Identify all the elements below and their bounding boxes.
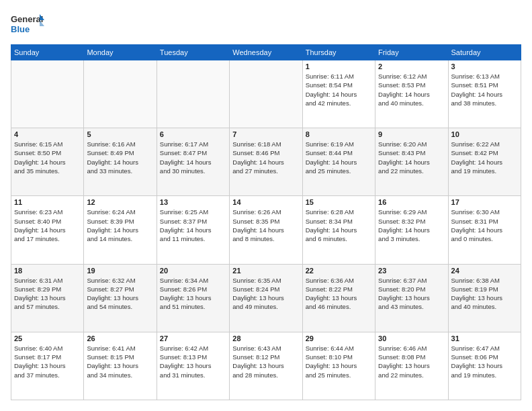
day-info: Sunrise: 6:26 AM Sunset: 8:35 PM Dayligh…: [232, 208, 299, 243]
calendar-cell: 9Sunrise: 6:20 AM Sunset: 8:43 PM Daylig…: [375, 128, 448, 196]
calendar-cell: 11Sunrise: 6:23 AM Sunset: 8:40 PM Dayli…: [11, 196, 84, 264]
day-info: Sunrise: 6:19 AM Sunset: 8:44 PM Dayligh…: [306, 140, 372, 175]
calendar-cell: 16Sunrise: 6:29 AM Sunset: 8:32 PM Dayli…: [375, 196, 448, 264]
day-info: Sunrise: 6:28 AM Sunset: 8:34 PM Dayligh…: [306, 208, 372, 243]
calendar-cell: 4Sunrise: 6:15 AM Sunset: 8:50 PM Daylig…: [11, 128, 84, 196]
day-info: Sunrise: 6:11 AM Sunset: 8:54 PM Dayligh…: [306, 72, 372, 107]
day-info: Sunrise: 6:22 AM Sunset: 8:42 PM Dayligh…: [451, 140, 518, 175]
day-number: 25: [14, 334, 81, 342]
day-info: Sunrise: 6:46 AM Sunset: 8:08 PM Dayligh…: [378, 344, 445, 379]
day-number: 8: [306, 130, 372, 138]
calendar-cell: 27Sunrise: 6:42 AM Sunset: 8:13 PM Dayli…: [157, 332, 229, 400]
calendar-cell: 8Sunrise: 6:19 AM Sunset: 8:44 PM Daylig…: [302, 128, 375, 196]
calendar-cell: 6Sunrise: 6:17 AM Sunset: 8:47 PM Daylig…: [157, 128, 229, 196]
calendar-cell: 20Sunrise: 6:34 AM Sunset: 8:26 PM Dayli…: [157, 264, 229, 332]
day-info: Sunrise: 6:23 AM Sunset: 8:40 PM Dayligh…: [14, 208, 81, 243]
day-number: 21: [232, 267, 299, 275]
calendar-cell: 15Sunrise: 6:28 AM Sunset: 8:34 PM Dayli…: [302, 196, 375, 264]
day-number: 7: [232, 130, 299, 138]
day-info: Sunrise: 6:42 AM Sunset: 8:13 PM Dayligh…: [160, 344, 226, 379]
calendar-cell: 21Sunrise: 6:35 AM Sunset: 8:24 PM Dayli…: [230, 264, 302, 332]
calendar-cell: 31Sunrise: 6:47 AM Sunset: 8:06 PM Dayli…: [448, 332, 521, 400]
page: General Blue SundayMondayTuesdayWednesda…: [0, 0, 532, 411]
day-number: 4: [14, 130, 81, 138]
calendar-header-monday: Monday: [84, 45, 157, 60]
day-info: Sunrise: 6:29 AM Sunset: 8:32 PM Dayligh…: [378, 208, 445, 243]
calendar-cell: [157, 60, 229, 128]
day-number: 13: [160, 198, 226, 206]
day-info: Sunrise: 6:37 AM Sunset: 8:20 PM Dayligh…: [378, 276, 445, 312]
day-info: Sunrise: 6:47 AM Sunset: 8:06 PM Dayligh…: [451, 344, 518, 379]
day-number: 2: [378, 62, 445, 71]
day-info: Sunrise: 6:17 AM Sunset: 8:47 PM Dayligh…: [160, 140, 226, 175]
day-number: 28: [232, 334, 299, 342]
day-number: 10: [451, 130, 518, 138]
calendar-cell: 24Sunrise: 6:38 AM Sunset: 8:19 PM Dayli…: [448, 264, 521, 332]
calendar-week-3: 11Sunrise: 6:23 AM Sunset: 8:40 PM Dayli…: [11, 196, 521, 264]
calendar-cell: 13Sunrise: 6:25 AM Sunset: 8:37 PM Dayli…: [157, 196, 229, 264]
calendar-header-wednesday: Wednesday: [230, 45, 302, 60]
calendar-cell: 5Sunrise: 6:16 AM Sunset: 8:49 PM Daylig…: [84, 128, 157, 196]
day-info: Sunrise: 6:40 AM Sunset: 8:17 PM Dayligh…: [14, 344, 81, 379]
calendar-cell: 12Sunrise: 6:24 AM Sunset: 8:39 PM Dayli…: [84, 196, 157, 264]
day-number: 30: [378, 334, 445, 342]
calendar-week-5: 25Sunrise: 6:40 AM Sunset: 8:17 PM Dayli…: [11, 332, 521, 400]
day-info: Sunrise: 6:12 AM Sunset: 8:53 PM Dayligh…: [378, 72, 445, 107]
calendar-header-thursday: Thursday: [302, 45, 375, 60]
calendar-header-friday: Friday: [375, 45, 448, 60]
day-number: 3: [451, 62, 518, 71]
day-number: 9: [378, 130, 445, 138]
day-info: Sunrise: 6:31 AM Sunset: 8:29 PM Dayligh…: [14, 276, 81, 312]
calendar-week-1: 1Sunrise: 6:11 AM Sunset: 8:54 PM Daylig…: [11, 60, 521, 128]
day-number: 20: [160, 267, 226, 275]
calendar-cell: 19Sunrise: 6:32 AM Sunset: 8:27 PM Dayli…: [84, 264, 157, 332]
calendar-cell: 17Sunrise: 6:30 AM Sunset: 8:31 PM Dayli…: [448, 196, 521, 264]
day-info: Sunrise: 6:30 AM Sunset: 8:31 PM Dayligh…: [451, 208, 518, 243]
calendar-cell: 10Sunrise: 6:22 AM Sunset: 8:42 PM Dayli…: [448, 128, 521, 196]
day-number: 29: [306, 334, 372, 342]
calendar-cell: 1Sunrise: 6:11 AM Sunset: 8:54 PM Daylig…: [302, 60, 375, 128]
day-info: Sunrise: 6:34 AM Sunset: 8:26 PM Dayligh…: [160, 276, 226, 312]
calendar-cell: 2Sunrise: 6:12 AM Sunset: 8:53 PM Daylig…: [375, 60, 448, 128]
day-number: 5: [87, 130, 153, 138]
calendar-cell: 30Sunrise: 6:46 AM Sunset: 8:08 PM Dayli…: [375, 332, 448, 400]
calendar-cell: 25Sunrise: 6:40 AM Sunset: 8:17 PM Dayli…: [11, 332, 84, 400]
calendar-cell: [84, 60, 157, 128]
calendar-cell: 7Sunrise: 6:18 AM Sunset: 8:46 PM Daylig…: [230, 128, 302, 196]
day-number: 12: [87, 198, 153, 206]
day-info: Sunrise: 6:35 AM Sunset: 8:24 PM Dayligh…: [232, 276, 299, 312]
calendar-cell: [11, 60, 84, 128]
day-number: 11: [14, 198, 81, 206]
calendar-cell: 3Sunrise: 6:13 AM Sunset: 8:51 PM Daylig…: [448, 60, 521, 128]
day-info: Sunrise: 6:16 AM Sunset: 8:49 PM Dayligh…: [87, 140, 153, 175]
day-info: Sunrise: 6:24 AM Sunset: 8:39 PM Dayligh…: [87, 208, 153, 243]
logo: General Blue: [11, 11, 44, 38]
day-info: Sunrise: 6:32 AM Sunset: 8:27 PM Dayligh…: [87, 276, 153, 312]
calendar-cell: 23Sunrise: 6:37 AM Sunset: 8:20 PM Dayli…: [375, 264, 448, 332]
day-info: Sunrise: 6:15 AM Sunset: 8:50 PM Dayligh…: [14, 140, 81, 175]
calendar-cell: 18Sunrise: 6:31 AM Sunset: 8:29 PM Dayli…: [11, 264, 84, 332]
day-number: 24: [451, 267, 518, 275]
day-number: 26: [87, 334, 153, 342]
day-number: 31: [451, 334, 518, 342]
calendar-header-sunday: Sunday: [11, 45, 84, 60]
day-number: 6: [160, 130, 226, 138]
svg-text:General: General: [11, 14, 43, 24]
day-number: 17: [451, 198, 518, 206]
calendar-table: SundayMondayTuesdayWednesdayThursdayFrid…: [11, 44, 521, 400]
calendar-cell: 26Sunrise: 6:41 AM Sunset: 8:15 PM Dayli…: [84, 332, 157, 400]
day-number: 1: [306, 62, 372, 71]
day-info: Sunrise: 6:43 AM Sunset: 8:12 PM Dayligh…: [232, 344, 299, 379]
day-number: 27: [160, 334, 226, 342]
day-info: Sunrise: 6:36 AM Sunset: 8:22 PM Dayligh…: [306, 276, 372, 312]
day-number: 22: [306, 267, 372, 275]
logo-svg: General Blue: [11, 11, 44, 38]
calendar-header-saturday: Saturday: [448, 45, 521, 60]
calendar-cell: [230, 60, 302, 128]
day-info: Sunrise: 6:18 AM Sunset: 8:46 PM Dayligh…: [232, 140, 299, 175]
day-number: 16: [378, 198, 445, 206]
calendar-week-4: 18Sunrise: 6:31 AM Sunset: 8:29 PM Dayli…: [11, 264, 521, 332]
calendar-cell: 29Sunrise: 6:44 AM Sunset: 8:10 PM Dayli…: [302, 332, 375, 400]
calendar-cell: 14Sunrise: 6:26 AM Sunset: 8:35 PM Dayli…: [230, 196, 302, 264]
calendar-header-row: SundayMondayTuesdayWednesdayThursdayFrid…: [11, 45, 521, 60]
